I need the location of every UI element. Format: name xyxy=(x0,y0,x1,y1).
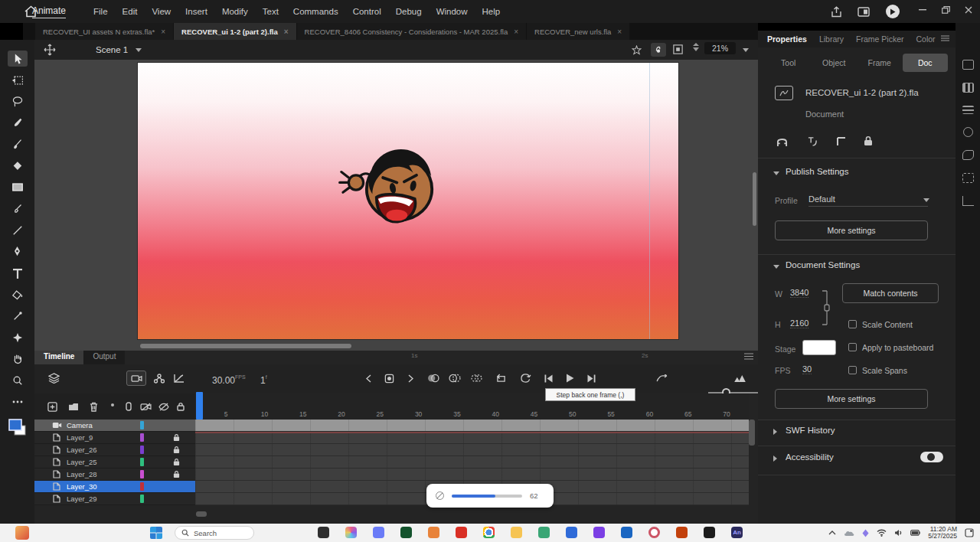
minimize-button[interactable] xyxy=(913,2,933,18)
document-tab[interactable]: RECOVER_ui 1-2 (part 2).fla × xyxy=(174,23,296,40)
zoom-level[interactable]: 21% xyxy=(704,42,736,54)
layer-lock-icon[interactable] xyxy=(173,446,180,454)
layer-row[interactable]: Layer_28 xyxy=(34,469,195,481)
menu-item[interactable]: Window xyxy=(436,7,468,16)
close-tab-icon[interactable]: × xyxy=(284,28,289,36)
taskbar-app-icon[interactable] xyxy=(345,527,357,538)
wifi-icon[interactable] xyxy=(877,529,887,537)
collapse-publish-icon[interactable] xyxy=(773,171,779,175)
menu-item[interactable]: View xyxy=(152,7,171,16)
profile-select[interactable]: Default xyxy=(808,194,928,207)
show-parenting-icon[interactable] xyxy=(151,371,168,386)
align-icon[interactable] xyxy=(962,106,974,114)
menu-item[interactable]: Help xyxy=(482,7,501,16)
timeline-vscrollbar[interactable] xyxy=(749,420,755,446)
layer-row[interactable]: Layer_25 xyxy=(34,456,195,469)
start-button[interactable] xyxy=(150,527,162,539)
taskbar-app-icon[interactable] xyxy=(538,527,550,538)
insert-keyframe-icon[interactable] xyxy=(381,371,397,386)
scene-dropdown-icon[interactable] xyxy=(136,48,142,52)
widgets-icon[interactable] xyxy=(15,526,29,540)
track-row[interactable] xyxy=(195,456,749,469)
text-tool[interactable] xyxy=(8,265,28,281)
clip-content-icon[interactable] xyxy=(672,44,684,55)
track-row[interactable] xyxy=(195,420,749,432)
menu-item[interactable]: Text xyxy=(263,7,279,16)
rotate-view-icon[interactable] xyxy=(651,43,666,57)
info-icon[interactable] xyxy=(963,127,973,137)
doc-more-settings-button[interactable]: More settings xyxy=(775,389,928,409)
match-contents-button[interactable]: Match contents xyxy=(842,283,939,303)
pen-tool[interactable] xyxy=(8,243,28,260)
taskbar-app-icon[interactable] xyxy=(511,527,522,538)
taskbar-app-icon[interactable] xyxy=(593,527,605,538)
menu-item[interactable]: Insert xyxy=(185,7,207,16)
apply-pasteboard-checkbox[interactable] xyxy=(848,343,857,351)
layer-options-icon[interactable] xyxy=(45,371,62,386)
timeline-zoom-in-icon[interactable] xyxy=(731,371,748,386)
snap-align-icon[interactable] xyxy=(807,136,818,147)
panel-tab[interactable]: Library xyxy=(819,34,844,44)
clock[interactable]: 11:20 AM 5/27/2025 xyxy=(928,526,957,540)
tray-app-icon[interactable] xyxy=(862,529,869,537)
stage-color-swatch[interactable] xyxy=(802,340,836,355)
center-stage-icon[interactable] xyxy=(632,45,642,55)
timeline-hscrollbar[interactable] xyxy=(196,511,207,517)
document-settings-title[interactable]: Document Settings xyxy=(786,260,860,269)
timeline-ruler[interactable]: 510152025303540455055606570 xyxy=(195,393,749,420)
canvas-hscrollbar[interactable] xyxy=(140,344,351,348)
onedrive-icon[interactable] xyxy=(844,530,854,537)
property-subtab[interactable]: Doc xyxy=(903,54,949,72)
timeline-tab[interactable]: Timeline xyxy=(34,351,83,364)
accessibility-toggle[interactable] xyxy=(920,452,943,462)
camera-column-icon[interactable] xyxy=(137,399,154,414)
new-folder-icon[interactable] xyxy=(65,399,82,414)
outline-column-icon[interactable] xyxy=(120,399,137,414)
visibility-column-icon[interactable] xyxy=(155,399,172,414)
share-icon[interactable] xyxy=(831,6,842,18)
tray-expand-icon[interactable] xyxy=(828,531,836,535)
layer-row[interactable]: Camera xyxy=(34,420,195,432)
reset-timeline-zoom-icon[interactable] xyxy=(653,371,670,386)
taskbar-app-icon[interactable] xyxy=(318,527,329,538)
canvas-vscrollbar[interactable] xyxy=(753,172,756,226)
panel-tab[interactable]: Properties xyxy=(767,34,807,44)
track-row[interactable] xyxy=(195,444,749,456)
panel-menu-icon[interactable] xyxy=(744,353,753,360)
taskbar-app-icon[interactable] xyxy=(704,527,715,538)
volume-icon[interactable] xyxy=(894,529,903,537)
profile-dropdown-icon[interactable] xyxy=(923,198,929,202)
eyedropper-tool[interactable] xyxy=(8,308,28,324)
taskbar-app-icon[interactable]: An xyxy=(731,527,743,538)
accessibility-title[interactable]: Accessibility xyxy=(786,452,834,462)
lock-column-icon[interactable] xyxy=(172,399,189,414)
taskbar-app-icon[interactable] xyxy=(676,527,688,538)
property-subtab[interactable]: Frame xyxy=(857,54,903,72)
playhead[interactable] xyxy=(196,392,203,420)
assets-icon[interactable] xyxy=(962,173,974,183)
delete-layer-icon[interactable] xyxy=(85,399,102,414)
link-dimensions-icon[interactable] xyxy=(819,289,830,326)
scale-content-checkbox[interactable] xyxy=(848,320,857,328)
rectangle-tool[interactable] xyxy=(8,179,28,195)
asset-warp-tool[interactable] xyxy=(8,329,28,345)
close-tab-icon[interactable]: × xyxy=(514,28,518,36)
taskbar-app-icon[interactable] xyxy=(621,527,632,538)
selection-tool[interactable] xyxy=(8,51,28,67)
layer-lock-icon[interactable] xyxy=(173,433,180,442)
cc-libraries-icon[interactable] xyxy=(962,83,974,93)
menu-item[interactable]: Commands xyxy=(293,7,338,16)
height-value[interactable]: 2160 xyxy=(790,318,808,328)
taskbar-app-icon[interactable] xyxy=(483,527,495,538)
layer-lock-icon[interactable] xyxy=(173,470,180,478)
scale-spans-checkbox[interactable] xyxy=(848,366,857,374)
test-movie-icon[interactable] xyxy=(886,5,900,18)
track-row[interactable] xyxy=(195,432,749,444)
track-row[interactable] xyxy=(195,469,749,481)
taskbar-app-icon[interactable] xyxy=(400,527,412,538)
layer-row[interactable]: Layer_29 xyxy=(34,493,195,505)
edit-multiple-frames-icon[interactable] xyxy=(468,371,485,386)
character-artwork[interactable] xyxy=(335,140,450,238)
workspace-icon[interactable] xyxy=(858,7,870,17)
prev-keyframe-icon[interactable] xyxy=(360,371,377,386)
